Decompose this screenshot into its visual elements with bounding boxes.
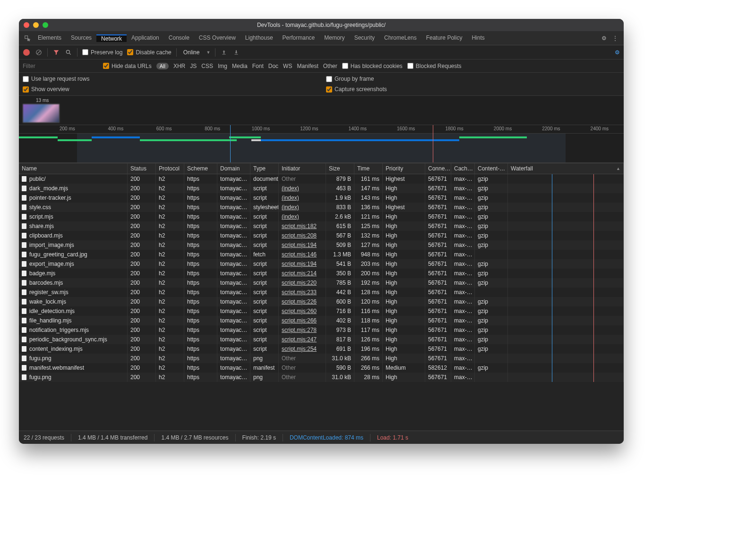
type-filter-img[interactable]: Img [218,63,227,69]
preserve-log-checkbox[interactable]: Preserve log [82,49,122,56]
tab-feature-policy[interactable]: Feature Policy [421,34,467,41]
table-row[interactable]: pointer-tracker.js200h2httpstomayac…scri… [19,193,624,203]
type-filter-other[interactable]: Other [323,63,337,69]
table-row[interactable]: barcodes.mjs200h2httpstomayac…scriptscri… [19,278,624,288]
column-header-conne-[interactable]: Conne… [425,163,451,174]
table-row[interactable]: public/200h2httpstomayac…documentOther87… [19,174,624,184]
clear-button[interactable] [35,49,43,56]
table-row[interactable]: notification_triggers.mjs200h2httpstomay… [19,325,624,335]
column-header-type[interactable]: Type [250,163,279,174]
tab-css-overview[interactable]: CSS Overview [194,34,241,41]
tab-chromelens[interactable]: ChromeLens [379,34,421,41]
column-header-name[interactable]: Name [19,163,128,174]
network-settings-icon[interactable]: ⚙ [615,49,620,56]
column-header-content-[interactable]: Content-… [475,163,508,174]
tab-network[interactable]: Network [96,34,127,42]
blocked-requests-checkbox[interactable]: Blocked Requests [407,63,462,69]
table-row[interactable]: idle_detection.mjs200h2httpstomayac…scri… [19,306,624,316]
type-filter-xhr[interactable]: XHR [173,63,185,69]
column-header-time[interactable]: Time [354,163,383,174]
filter-input[interactable] [23,63,98,69]
cell-initiator[interactable]: (index) [279,212,326,221]
cell-initiator[interactable]: script.mjs:226 [279,297,326,306]
column-header-protocol[interactable]: Protocol [156,163,184,174]
column-header-size[interactable]: Size [326,163,354,174]
zoom-window-button[interactable] [43,22,48,28]
type-filter-css[interactable]: CSS [201,63,213,69]
table-row[interactable]: register_sw.mjs200h2httpstomayac…scripts… [19,288,624,297]
type-filter-doc[interactable]: Doc [268,63,278,69]
timeline-overview[interactable]: 200 ms400 ms600 ms800 ms1000 ms1200 ms14… [19,125,624,163]
cell-initiator[interactable]: script.mjs:182 [279,221,326,231]
table-row[interactable]: fugu_greeting_card.jpg200h2httpstomayac…… [19,250,624,259]
tab-performance[interactable]: Performance [278,34,320,41]
type-filter-js[interactable]: JS [190,63,197,69]
table-row[interactable]: import_image.mjs200h2httpstomayac…script… [19,240,624,250]
minimize-window-button[interactable] [33,22,39,28]
table-row[interactable]: export_image.mjs200h2httpstomayac…script… [19,259,624,269]
table-row[interactable]: file_handling.mjs200h2httpstomayac…scrip… [19,316,624,325]
column-header-scheme[interactable]: Scheme [184,163,217,174]
column-header-status[interactable]: Status [128,163,156,174]
table-row[interactable]: share.mjs200h2httpstomayac…scriptscript.… [19,221,624,231]
cell-initiator[interactable]: script.mjs:194 [279,259,326,269]
group-by-frame-checkbox[interactable]: Group by frame [326,75,620,83]
has-blocked-cookies-checkbox[interactable]: Has blocked cookies [342,63,403,69]
type-filter-media[interactable]: Media [232,63,248,69]
cell-initiator[interactable]: script.mjs:220 [279,278,326,288]
disable-cache-checkbox[interactable]: Disable cache [127,49,171,56]
inspect-element-icon[interactable] [22,35,33,42]
tab-elements[interactable]: Elements [33,34,66,41]
table-row[interactable]: badge.mjs200h2httpstomayac…scriptscript.… [19,269,624,278]
table-row[interactable]: manifest.webmanifest200h2httpstomayac…ma… [19,363,624,373]
cell-initiator[interactable]: script.mjs:278 [279,325,326,335]
settings-icon[interactable]: ⚙ [598,35,610,42]
tab-security[interactable]: Security [350,34,379,41]
tab-memory[interactable]: Memory [319,34,349,41]
close-window-button[interactable] [24,22,29,28]
column-header-domain[interactable]: Domain [217,163,250,174]
cell-initiator[interactable]: script.mjs:194 [279,240,326,250]
type-filter-ws[interactable]: WS [283,63,292,69]
cell-initiator[interactable]: (index) [279,193,326,203]
large-rows-checkbox[interactable]: Use large request rows [23,75,317,83]
cell-initiator[interactable]: script.mjs:254 [279,344,326,354]
cell-initiator[interactable]: script.mjs:146 [279,250,326,259]
cell-initiator[interactable]: script.mjs:214 [279,269,326,278]
cell-initiator[interactable]: script.mjs:233 [279,288,326,297]
table-row[interactable]: fugu.png200h2httpstomayac…pngOther31.0 k… [19,354,624,363]
throttling-select[interactable]: Online [181,49,202,56]
table-row[interactable]: content_indexing.mjs200h2httpstomayac…sc… [19,344,624,354]
record-button[interactable] [23,49,30,56]
type-filter-manifest[interactable]: Manifest [297,63,318,69]
download-har-icon[interactable] [232,49,240,56]
cell-initiator[interactable]: (index) [279,184,326,193]
tab-lighthouse[interactable]: Lighthouse [241,34,278,41]
show-overview-checkbox[interactable]: Show overview [23,85,317,93]
tab-application[interactable]: Application [127,34,164,41]
cell-initiator[interactable]: (index) [279,203,326,212]
cell-initiator[interactable]: script.mjs:247 [279,335,326,344]
tab-sources[interactable]: Sources [66,34,96,41]
column-header-cach-[interactable]: Cach… [451,163,475,174]
column-header-waterfall[interactable]: Waterfall▲ [508,163,624,174]
table-row[interactable]: fugu.png200h2httpstomayac…pngOther31.0 k… [19,373,624,382]
column-header-initiator[interactable]: Initiator [279,163,326,174]
upload-har-icon[interactable] [220,49,228,56]
tab-console[interactable]: Console [164,34,194,41]
table-row[interactable]: periodic_background_sync.mjs200h2httpsto… [19,335,624,344]
cell-initiator[interactable]: script.mjs:260 [279,306,326,316]
hide-data-urls-checkbox[interactable]: Hide data URLs [103,63,152,69]
type-filter-all[interactable]: All [156,63,169,69]
capture-screenshots-checkbox[interactable]: Capture screenshots [326,85,620,93]
type-filter-font[interactable]: Font [252,63,264,69]
search-icon[interactable] [65,49,72,56]
table-row[interactable]: dark_mode.mjs200h2httpstomayac…script(in… [19,184,624,193]
tab-hints[interactable]: Hints [467,34,489,41]
column-header-priority[interactable]: Priority [383,163,425,174]
filmstrip-thumbnail[interactable] [23,104,60,123]
table-row[interactable]: script.mjs200h2httpstomayac…script(index… [19,212,624,221]
table-row[interactable]: style.css200h2httpstomayac…stylesheet(in… [19,203,624,212]
filter-icon[interactable] [52,49,60,56]
cell-initiator[interactable]: script.mjs:208 [279,231,326,240]
